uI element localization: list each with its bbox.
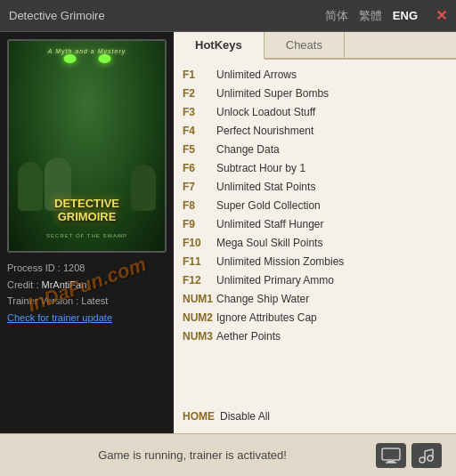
hotkey-key: NUM3 — [183, 328, 216, 344]
hotkey-row: F2Unlimited Super Bombs — [183, 84, 447, 102]
process-id-text: Process ID : 1208 — [7, 262, 85, 273]
hotkey-row: F9Unlimited Staff Hunger — [183, 214, 447, 233]
hotkey-row: F11Unlimited Mission Zombies — [183, 252, 447, 270]
hotkey-label: Change Ship Water — [216, 291, 309, 307]
eye-right — [98, 54, 110, 63]
update-link[interactable]: Check for trainer update — [7, 312, 112, 323]
hotkey-label: Unlimited Mission Zombies — [216, 254, 344, 270]
hotkey-label: Aether Points — [216, 328, 281, 344]
hotkey-label: Change Data — [216, 141, 280, 157]
trainer-version-row: Trainer Version : Latest — [7, 293, 167, 310]
info-area: Process ID : 1208 Credit : MrAntiFan Tra… — [7, 260, 167, 327]
cover-top-text: A Myth and a Mystery — [9, 48, 165, 54]
hotkey-key: NUM1 — [183, 291, 216, 307]
hotkey-key: F5 — [183, 141, 216, 157]
hotkey-label: Unlimited Primary Ammo — [216, 272, 334, 288]
hotkey-key: F1 — [183, 67, 216, 83]
hotkey-row: NUM1Change Ship Water — [183, 289, 447, 308]
hotkey-key: F4 — [183, 123, 216, 139]
hotkey-label: Perfect Nourishment — [216, 123, 314, 139]
tab-hotkeys[interactable]: HotKeys — [174, 32, 265, 60]
hotkey-row: F10Mega Soul Skill Points — [183, 233, 447, 252]
hotkey-label: Unlimited Super Bombs — [216, 85, 329, 101]
hotkey-key: F9 — [183, 216, 216, 232]
hotkey-row: F1Unlimited Arrows — [183, 65, 447, 84]
hotkey-label: Unlimited Arrows — [216, 67, 297, 83]
monitor-icon[interactable] — [376, 443, 406, 468]
hotkey-key: F2 — [183, 85, 216, 101]
hotkey-key: F6 — [183, 160, 216, 176]
credit-row: Credit : MrAntiFan — [7, 277, 167, 294]
update-link-row: Check for trainer update — [7, 310, 167, 327]
hotkey-key: F11 — [183, 254, 216, 270]
cover-main-title: DETECTIVEGRIMOIRE — [9, 197, 165, 224]
right-panel: HotKeys Cheats F1Unlimited ArrowsF2Unlim… — [174, 32, 456, 433]
hotkey-key: NUM2 — [183, 310, 216, 326]
hotkey-row: F12Unlimited Primary Ammo — [183, 270, 447, 289]
hotkey-label: Ignore Attributes Cap — [216, 310, 317, 326]
eye-left — [63, 54, 76, 63]
lang-traditional[interactable]: 繁體 — [359, 8, 382, 24]
process-id: Process ID : 1208 — [7, 260, 167, 277]
statusbar: Game is running, trainer is activated! — [0, 433, 456, 476]
hotkey-row: F7Unlimited Stat Points — [183, 177, 447, 196]
monitor-svg — [381, 448, 401, 464]
hotkey-row: F6Subtract Hour by 1 — [183, 158, 447, 177]
music-svg — [417, 448, 436, 464]
main-content: A Myth and a Mystery DETECTIVEGRIMOIRE S… — [0, 32, 456, 433]
hotkey-key: F7 — [183, 179, 216, 195]
hotkey-key: F10 — [183, 235, 216, 251]
hotkey-label: Unlimited Stat Points — [216, 179, 315, 195]
hotkey-row: F5Change Data — [183, 140, 447, 158]
svg-point-4 — [428, 456, 433, 461]
hotkey-label: Subtract Hour by 1 — [216, 160, 305, 176]
hotkey-label: Mega Soul Skill Points — [216, 235, 322, 251]
status-message: Game is running, trainer is activated! — [14, 448, 370, 462]
credit-value: MrAntiFan — [42, 279, 87, 290]
trainer-version-text: Trainer Version : Latest — [7, 295, 108, 306]
lang-simplified[interactable]: 简体 — [325, 8, 348, 24]
tabs-bar: HotKeys Cheats — [174, 32, 456, 60]
lang-english[interactable]: ENG — [393, 9, 418, 22]
disable-all-section: HOME Disable All — [174, 401, 456, 433]
disable-all-label: Disable All — [220, 408, 270, 424]
hotkey-key: F12 — [183, 272, 216, 288]
tab-cheats[interactable]: Cheats — [265, 32, 345, 58]
hotkey-row: F4Perfect Nourishment — [183, 121, 447, 140]
left-panel: A Myth and a Mystery DETECTIVEGRIMOIRE S… — [0, 32, 174, 433]
hotkey-list: F1Unlimited ArrowsF2Unlimited Super Bomb… — [174, 60, 456, 401]
music-icon[interactable] — [411, 443, 442, 468]
hotkey-row: F8Super Gold Collection — [183, 196, 447, 214]
hotkey-row: NUM2Ignore Attributes Cap — [183, 308, 447, 327]
close-button[interactable]: ✕ — [436, 7, 447, 24]
cover-subtitle: Secret of the Swamp — [9, 233, 165, 238]
hotkey-key: F8 — [183, 198, 216, 214]
titlebar: Detective Grimoire 简体 繁體 ENG ✕ — [0, 0, 456, 32]
disable-all-key: HOME — [183, 408, 215, 424]
svg-point-3 — [419, 457, 425, 463]
disable-all-row: HOME Disable All — [183, 407, 447, 426]
credit-label: Credit : — [7, 279, 38, 290]
game-cover: A Myth and a Mystery DETECTIVEGRIMOIRE S… — [7, 39, 167, 253]
svg-line-7 — [425, 449, 433, 451]
app-title: Detective Grimoire — [9, 9, 325, 22]
hotkey-label: Super Gold Collection — [216, 198, 321, 214]
hotkey-label: Unlimited Staff Hunger — [216, 216, 324, 232]
hotkey-row: F3Unlock Loadout Stuff — [183, 102, 447, 121]
hotkey-key: F3 — [183, 104, 216, 120]
hotkey-label: Unlock Loadout Stuff — [216, 104, 315, 120]
svg-rect-0 — [382, 448, 400, 460]
language-selector: 简体 繁體 ENG ✕ — [325, 7, 447, 24]
hotkey-row: NUM3Aether Points — [183, 327, 447, 345]
